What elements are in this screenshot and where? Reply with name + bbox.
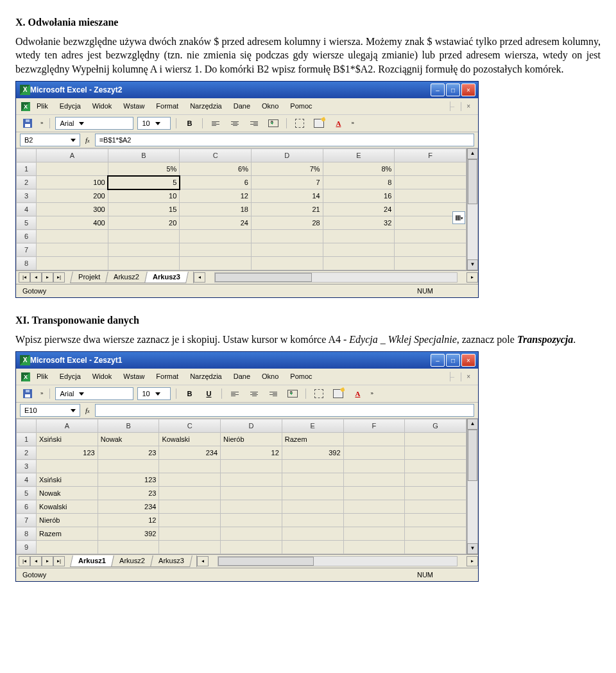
cell[interactable]: 12	[221, 446, 282, 460]
scroll-thumb[interactable]	[215, 273, 312, 282]
align-right-button[interactable]	[266, 387, 281, 400]
cell[interactable]: 123	[37, 446, 98, 460]
cell[interactable]	[37, 257, 108, 270]
cell[interactable]: 400	[37, 216, 108, 230]
cell[interactable]: 23	[98, 487, 159, 500]
row-header[interactable]: 4	[17, 203, 37, 216]
cell[interactable]: 24	[323, 203, 395, 216]
row-header[interactable]: 8	[17, 527, 37, 541]
bold-button[interactable]: B	[182, 387, 197, 400]
cell[interactable]	[159, 487, 221, 500]
cell[interactable]: 200	[37, 189, 108, 203]
cell[interactable]: Nowak	[37, 487, 98, 500]
cell[interactable]: 28	[251, 216, 323, 230]
cell[interactable]	[221, 541, 282, 554]
column-header[interactable]: G	[405, 419, 466, 433]
cell[interactable]	[221, 460, 282, 473]
cell[interactable]	[159, 500, 221, 514]
cell[interactable]: 6	[180, 176, 252, 189]
vertical-scrollbar[interactable]: ▲ ▼	[466, 148, 478, 270]
row-header[interactable]: 4	[17, 473, 37, 487]
column-header[interactable]: F	[343, 419, 405, 433]
cell[interactable]	[282, 487, 343, 500]
name-box[interactable]: E10	[20, 404, 80, 417]
cell[interactable]	[323, 230, 395, 243]
cell[interactable]: Xsiński	[37, 473, 98, 487]
row-header[interactable]: 2	[17, 446, 37, 460]
menu-plik[interactable]: Plik	[31, 371, 53, 383]
cell[interactable]	[98, 460, 159, 473]
cell[interactable]	[108, 257, 180, 270]
cell[interactable]: 12	[98, 514, 159, 527]
column-header[interactable]: E	[323, 149, 395, 162]
tab-last-button[interactable]: ▸|	[53, 272, 65, 283]
sheet-tab[interactable]: Arkusz3	[150, 555, 193, 567]
cell[interactable]: 392	[98, 527, 159, 541]
close-button[interactable]: ×	[461, 83, 475, 96]
save-button[interactable]	[20, 387, 35, 400]
cell[interactable]	[221, 500, 282, 514]
font-color-button[interactable]: A	[350, 387, 365, 400]
cell[interactable]: 7	[251, 176, 323, 189]
cell[interactable]: 23	[98, 446, 159, 460]
menu-narzedzia[interactable]: Narzędzia	[185, 371, 227, 383]
column-header[interactable]: C	[180, 149, 252, 162]
row-header[interactable]: 6	[17, 500, 37, 514]
sheet-tab[interactable]: Arkusz1	[70, 555, 114, 567]
cell[interactable]: 7%	[251, 162, 323, 176]
scroll-track[interactable]	[467, 430, 478, 543]
cell[interactable]: 8	[323, 176, 395, 189]
cell[interactable]: Razem	[282, 433, 343, 446]
cell[interactable]	[37, 243, 108, 257]
cell[interactable]: Kowalski	[37, 500, 98, 514]
cell[interactable]: Nierób	[37, 514, 98, 527]
column-header[interactable]: A	[37, 149, 108, 162]
cell[interactable]: 18	[180, 203, 252, 216]
scroll-down-button[interactable]: ▼	[467, 259, 478, 270]
cell[interactable]	[323, 243, 395, 257]
fx-label[interactable]: fx	[83, 406, 92, 415]
horizontal-scrollbar[interactable]: ◂ ▸	[193, 272, 478, 283]
cell[interactable]: Razem	[37, 527, 98, 541]
cell[interactable]: 5%	[108, 162, 180, 176]
cell[interactable]: 234	[98, 500, 159, 514]
cell[interactable]: 24	[180, 216, 252, 230]
cell[interactable]	[37, 230, 108, 243]
cell[interactable]	[251, 243, 323, 257]
sheet-tab[interactable]: Projekt	[70, 272, 108, 283]
cell[interactable]: Nierób	[221, 433, 282, 446]
column-header[interactable]: B	[108, 149, 180, 162]
tab-prev-button[interactable]: ◂	[30, 272, 42, 283]
cell[interactable]: 300	[37, 203, 108, 216]
toolbar-chevron-1[interactable]: »	[39, 120, 44, 127]
menu-okno[interactable]: Okno	[257, 100, 284, 112]
cell[interactable]	[159, 514, 221, 527]
border-button[interactable]	[311, 387, 327, 400]
bold-button[interactable]: B	[182, 117, 197, 130]
horizontal-scrollbar[interactable]: ◂ ▸	[196, 555, 478, 567]
toolbar-chevron-1[interactable]: »	[39, 390, 44, 398]
cell[interactable]	[37, 541, 98, 554]
formula-input[interactable]: =B$1*$A2	[95, 134, 474, 146]
cell[interactable]	[405, 433, 466, 446]
menu-dane[interactable]: Dane	[228, 371, 255, 383]
cell[interactable]	[98, 541, 159, 554]
column-header[interactable]: B	[98, 419, 159, 433]
font-combo[interactable]: Arial	[55, 387, 133, 400]
cell[interactable]: 20	[108, 216, 180, 230]
cell[interactable]: 15	[108, 203, 180, 216]
menu-okno[interactable]: Okno	[257, 371, 284, 383]
menu-pomoc[interactable]: Pomoc	[285, 100, 317, 112]
cell[interactable]	[343, 541, 405, 554]
cell[interactable]	[405, 500, 466, 514]
border-button[interactable]	[292, 117, 307, 130]
tab-next-button[interactable]: ▸	[42, 556, 53, 566]
cell[interactable]	[343, 473, 405, 487]
cell[interactable]	[405, 514, 466, 527]
cell[interactable]	[221, 487, 282, 500]
cell[interactable]: 100	[37, 176, 108, 189]
cell[interactable]	[180, 257, 252, 270]
maximize-button[interactable]: □	[446, 83, 460, 96]
doc-close[interactable]: ×	[461, 372, 473, 381]
spreadsheet-grid[interactable]: ABCDEF15%6%7%8%2100567832001012141643001…	[16, 148, 466, 270]
